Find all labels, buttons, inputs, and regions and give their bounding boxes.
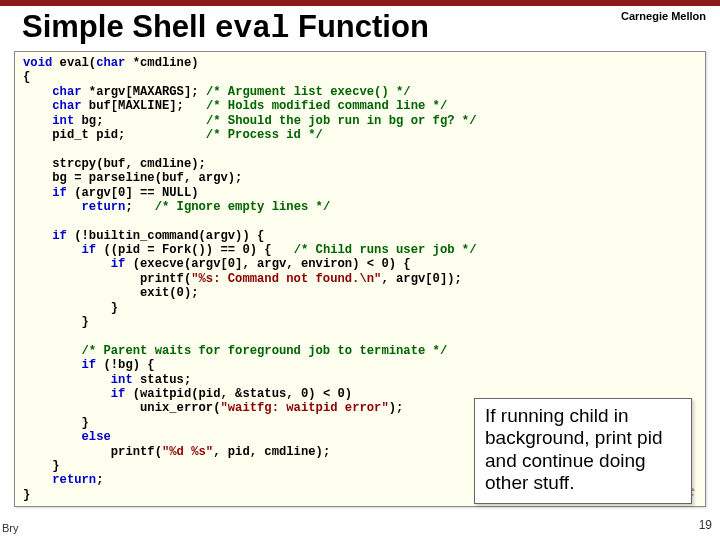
title-post: Function xyxy=(289,9,428,44)
page-number: 19 xyxy=(699,518,712,532)
title-pre: Simple Shell xyxy=(22,9,215,44)
title-mono: eval xyxy=(215,11,289,46)
slide-title: Simple Shell eval Function xyxy=(0,6,720,49)
branding-label: Carnegie Mellon xyxy=(621,10,706,22)
credit-label: Bry xyxy=(2,522,19,534)
annotation-callout: If running child in background, print pi… xyxy=(474,398,692,504)
